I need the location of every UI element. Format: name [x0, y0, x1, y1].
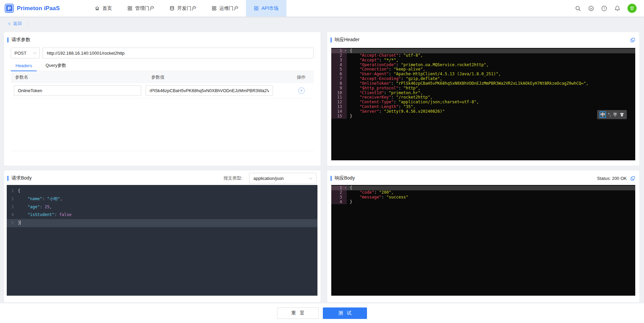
brand: P Primeton iPaaS: [0, 4, 87, 13]
response-header-code[interactable]: 1▾{2 "Accept-Charset": "utf-8",3 "Accept…: [331, 48, 635, 160]
nav-item-运维门户[interactable]: 运维门户: [204, 0, 246, 17]
nav-item-API市场[interactable]: API市场: [246, 0, 286, 17]
nav-items: 首页管理门户开发门户运维门户API市场: [87, 0, 286, 17]
notification-bell-icon[interactable]: [614, 5, 620, 11]
code-line: 2 "name": "小明",: [7, 195, 317, 203]
request-line: POST: [11, 48, 314, 58]
divider: [11, 151, 314, 151]
search-icon[interactable]: [575, 5, 581, 11]
code-line: 3 "message": "success": [331, 195, 635, 200]
panel-title: 请求Body: [11, 175, 32, 181]
code-line: 4 "OperationCode": "primeton.oa.MQServic…: [331, 63, 635, 68]
chevron-down-icon: [309, 176, 313, 179]
panel-header: 请求Body 报文类型: application/json: [7, 172, 316, 184]
response-header-panel: 响应Header 1▾{2 "Accept-Charset": "utf-8",…: [327, 32, 639, 166]
test-button[interactable]: 测试: [323, 307, 367, 319]
tab-Query参数[interactable]: Query参数: [41, 60, 71, 71]
code-line: 2 "Accept-Charset": "utf-8",: [331, 53, 635, 58]
brand-name: Primeton iPaaS: [17, 5, 60, 12]
code-line: 14 "Server": "Jetty(9.4.56.v20240826)": [331, 109, 635, 114]
column-name-header: 参数名: [11, 74, 147, 80]
param-name-input[interactable]: [14, 85, 141, 96]
chevron-left-icon: [8, 22, 11, 26]
topnav-tools: AI ? 管: [575, 4, 644, 13]
method-select[interactable]: POST: [11, 48, 40, 58]
title-accent-bar: [7, 37, 8, 43]
add-param-button[interactable]: +: [298, 87, 305, 94]
status-badge: Status: 200 OK: [597, 176, 627, 181]
table-header: 参数名 参数值 操作: [11, 72, 314, 83]
title-accent-bar: [331, 37, 332, 43]
top-nav: P Primeton iPaaS 首页管理门户开发门户运维门户API市场 AI …: [0, 0, 644, 17]
code-line: 13 "Content-Length": "35",: [331, 105, 635, 109]
param-value-cell: [141, 85, 289, 96]
brand-logo-icon: P: [5, 4, 14, 13]
code-line: 12 "Content-Type": "application/json;cha…: [331, 100, 635, 105]
code-line: 1▾{: [331, 186, 635, 190]
request-body-editor[interactable]: 1{2 "name": "小明",3 "age": 25,4 "isStuden…: [7, 185, 317, 296]
ime-status-bar[interactable]: 中 °, 半: [597, 110, 627, 119]
svg-text:?: ?: [603, 7, 605, 10]
ops-icon: [212, 6, 217, 11]
ime-halfwidth-indicator[interactable]: 半: [613, 112, 617, 118]
reset-button[interactable]: 重置: [277, 307, 319, 319]
ime-language-indicator[interactable]: 中: [600, 111, 606, 118]
panel-title: 请求参数: [11, 37, 30, 43]
title-accent-bar: [331, 176, 332, 181]
nav-item-开发门户[interactable]: 开发门户: [162, 0, 204, 17]
portal-icon: [127, 6, 132, 11]
copy-icon[interactable]: [630, 176, 635, 181]
code-line: 6 "User-Agent": "Apache-HttpClient/4.5.1…: [331, 72, 635, 77]
ai-assistant-icon[interactable]: AI: [588, 5, 594, 11]
url-input[interactable]: [42, 48, 314, 58]
response-body-code[interactable]: 1▾{2 "code": "200",3 "message": "success…: [331, 185, 635, 296]
action-footer: 重置 测试: [0, 303, 644, 323]
panel-header: 响应Header: [331, 34, 635, 46]
request-body-panel: 请求Body 报文类型: application/json 1{2 "name"…: [4, 170, 320, 302]
code-line: 3 "Accept": "*/*",: [331, 58, 635, 63]
avatar[interactable]: 管: [627, 4, 637, 13]
back-label: 返回: [13, 21, 22, 27]
code-line: 7 "Accept-Encoding": "gzip,deflate",: [331, 77, 635, 81]
code-line: 15}: [331, 114, 635, 119]
row-actions: +: [289, 87, 314, 94]
panel-title: 响应Header: [335, 37, 360, 43]
content-type-select[interactable]: application/json: [249, 173, 316, 184]
content-type-label: 报文类型:: [223, 175, 242, 181]
column-action-header: 操作: [289, 74, 314, 80]
svg-text:AI: AI: [590, 7, 592, 9]
panel-header: 响应Body Status: 200 OK: [331, 172, 635, 184]
ime-skin-icon[interactable]: [619, 112, 624, 117]
response-body-panel: 响应Body Status: 200 OK 1▾{2 "code": "200"…: [327, 170, 639, 302]
back-link[interactable]: 返回: [8, 21, 22, 27]
code-line: 1{: [7, 187, 317, 195]
column-value-header: 参数值: [147, 74, 289, 80]
panel-header: 请求参数: [7, 34, 316, 46]
help-icon[interactable]: ?: [601, 5, 607, 11]
dev-icon: [170, 6, 175, 11]
method-value: POST: [14, 51, 26, 56]
chevron-down-icon: [33, 51, 37, 54]
code-line: 9 "$http_protocol": "http",: [331, 86, 635, 91]
tab-Headers[interactable]: Headers: [11, 60, 37, 71]
code-line: 5}: [7, 219, 317, 227]
copy-icon[interactable]: [630, 37, 635, 43]
panel-title: 响应Body: [335, 175, 355, 181]
code-line: 8 "OnlineToken": "rPlSk46zpCBaH5vPK68hq5…: [331, 81, 635, 86]
code-line: 11 "receiverKey": "/rocket2http",: [331, 95, 635, 100]
nav-item-管理门户[interactable]: 管理门户: [120, 0, 162, 17]
code-line: 2 "code": "200",: [331, 190, 635, 195]
breadcrumb-bar: 返回: [0, 17, 644, 31]
param-value-input[interactable]: [146, 85, 273, 96]
divider: [27, 21, 28, 26]
param-tabs: HeadersQuery参数: [11, 60, 314, 71]
content-type-value: application/json: [253, 176, 284, 181]
api-icon: [254, 6, 259, 11]
code-line: 4 "isStudent": false: [7, 211, 317, 219]
ime-punctuation-indicator[interactable]: °,: [608, 112, 611, 117]
code-line: 4}: [331, 200, 635, 205]
code-line: 3 "age": 25,: [7, 203, 317, 211]
nav-item-首页[interactable]: 首页: [87, 0, 120, 17]
table-row: +: [11, 83, 314, 99]
code-line: 5 "Connection": "keep-alive",: [331, 67, 635, 72]
